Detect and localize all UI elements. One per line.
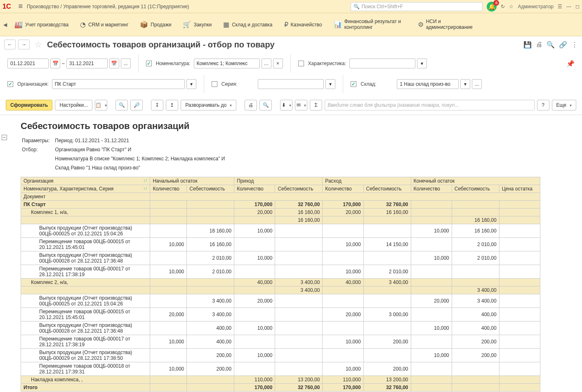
- expand-groups-button[interactable]: ↥: [166, 100, 178, 110]
- section-sales[interactable]: 📦Продажи: [134, 21, 177, 28]
- col-in-qty[interactable]: Количество: [234, 185, 275, 193]
- table-row[interactable]: Перемещение товаров 00ЦБ-000017 от 28.12…: [21, 265, 540, 279]
- section-production[interactable]: 🏭Учет производства: [9, 21, 74, 28]
- link-icon[interactable]: 🔗: [559, 41, 567, 49]
- date-to-calendar-button[interactable]: 📅: [109, 59, 119, 68]
- table-row[interactable]: 16 160,0016 160,00: [21, 216, 540, 224]
- user-label[interactable]: Администратор: [518, 4, 554, 9]
- find-next-button[interactable]: 🔎: [130, 100, 143, 110]
- characteristic-dropdown-button[interactable]: ▾: [417, 59, 427, 68]
- col-end-qty[interactable]: Количество: [411, 185, 452, 193]
- col-out-cost[interactable]: Себестоимость: [363, 185, 411, 193]
- favorite-star-icon[interactable]: ☆: [35, 40, 42, 49]
- col-in-cost[interactable]: Себестоимость: [275, 185, 323, 193]
- table-row[interactable]: Перемещение товаров 00ЦБ-000015 от 20.12…: [21, 308, 540, 322]
- nav-forward-button[interactable]: →: [18, 40, 30, 49]
- preview-icon[interactable]: 🔍: [547, 41, 555, 49]
- table-row[interactable]: Выпуск продукции (Отчет производства) 00…: [21, 224, 540, 238]
- warehouse-more-button[interactable]: ...: [472, 79, 482, 89]
- table-row[interactable]: Накладка комплекса, ,110,00013 200,00110…: [21, 376, 540, 384]
- warehouse-field[interactable]: 1 Наш склад произ-во: [397, 79, 459, 89]
- col-start-qty[interactable]: Количество: [150, 185, 187, 193]
- warehouse-checkbox[interactable]: ✓: [351, 81, 356, 87]
- organization-checkbox[interactable]: ✓: [7, 81, 13, 87]
- collapse-groups-button[interactable]: ↧: [151, 100, 163, 110]
- save-button[interactable]: ⬇: [280, 100, 292, 110]
- table-row[interactable]: Перемещение товаров 00ЦБ-000015 от 20.12…: [21, 238, 540, 251]
- pin-icon[interactable]: 📌: [566, 60, 575, 68]
- nomenclature-label: Номенклатура:: [156, 61, 191, 66]
- help-button[interactable]: ?: [537, 100, 549, 110]
- col-end-price[interactable]: Цена остатка: [499, 185, 540, 193]
- section-finance[interactable]: 📊Финансовый результат и контроллинг: [328, 19, 412, 30]
- col-start-cost[interactable]: Себестоимость: [187, 185, 234, 193]
- minimize-icon[interactable]: —: [566, 4, 571, 9]
- warehouse-dropdown-button[interactable]: ▾: [460, 79, 470, 89]
- table-row[interactable]: Выпуск продукции (Отчет производства) 00…: [21, 322, 540, 335]
- nomenclature-clear-button[interactable]: ×: [273, 59, 283, 68]
- section-crm[interactable]: ◔CRM и маркетинг: [74, 21, 134, 28]
- table-row[interactable]: Выпуск продукции (Отчет производства) 00…: [21, 349, 540, 362]
- app-logo: 1C: [2, 3, 11, 10]
- col-document[interactable]: Документ: [21, 193, 150, 201]
- sum-button[interactable]: Σ: [310, 100, 322, 110]
- more-menu-icon[interactable]: ⋮: [571, 41, 578, 49]
- notifications-button[interactable]: 🔔 8: [487, 2, 497, 12]
- favorite-icon[interactable]: ☆: [509, 4, 514, 9]
- col-out-qty[interactable]: Количество: [323, 185, 363, 193]
- preview-button[interactable]: 🔍: [259, 100, 272, 110]
- table-row[interactable]: Перемещение товаров 00ЦБ-000018 от 28.12…: [21, 362, 540, 376]
- filter-input[interactable]: Введите слово для фильтра (название това…: [325, 100, 534, 110]
- print-button[interactable]: 🖨: [245, 100, 257, 110]
- col-organization[interactable]: Организация↓↑: [21, 177, 150, 185]
- search-placeholder: Поиск Ctrl+Shift+F: [361, 4, 403, 9]
- maximize-icon[interactable]: ◻: [575, 4, 580, 9]
- series-dropdown-button[interactable]: ▾: [325, 79, 335, 89]
- settings-button[interactable]: Настройки...: [55, 100, 92, 110]
- section-warehouse[interactable]: ▦Склад и доставка: [217, 21, 278, 28]
- table-row[interactable]: Комплекс 1, н/а,20,00016 160,0020,00016 …: [21, 209, 540, 216]
- date-to-field[interactable]: 31.12.2021: [66, 59, 108, 68]
- section-purchases[interactable]: 🛒Закупки: [177, 21, 217, 28]
- expand-to-button[interactable]: Разворачивать до: [181, 100, 236, 110]
- characteristic-field[interactable]: [349, 59, 415, 68]
- organization-dropdown-button[interactable]: ▾: [186, 79, 196, 89]
- table-row[interactable]: Перемещение товаров 00ЦБ-000017 от 28.12…: [21, 335, 540, 349]
- more-button[interactable]: Еще: [552, 100, 576, 110]
- nomenclature-field[interactable]: Комплекс 1; Комплекс: [194, 59, 260, 68]
- history-icon[interactable]: ↻: [501, 4, 505, 9]
- series-checkbox[interactable]: [212, 81, 217, 87]
- characteristic-checkbox[interactable]: [298, 61, 304, 66]
- send-button[interactable]: ✉: [295, 100, 307, 110]
- settings-icon[interactable]: ☰: [558, 4, 562, 9]
- variants-button[interactable]: 📋: [95, 100, 107, 110]
- form-button[interactable]: Сформировать: [6, 100, 52, 110]
- col-nomenclature[interactable]: Номенклатура, Характеристика, Серия↓↑: [21, 185, 150, 193]
- section-nsi[interactable]: ⚙НСИ и администрирование: [412, 19, 481, 30]
- global-search[interactable]: 🔍 Поиск Ctrl+Shift+F: [351, 2, 483, 11]
- menu-icon[interactable]: ≡: [18, 2, 23, 11]
- table-row[interactable]: Выпуск продукции (Отчет производства) 00…: [21, 294, 540, 308]
- save-icon[interactable]: 💾: [523, 41, 532, 49]
- table-row[interactable]: ПК Старт170,00032 760,00170,00032 760,00: [21, 201, 540, 209]
- table-row[interactable]: 3 400,003 400,00: [21, 286, 540, 294]
- col-outcome-group: Расход: [323, 177, 411, 185]
- nomenclature-checkbox[interactable]: ✓: [146, 61, 152, 66]
- series-field[interactable]: [258, 79, 324, 89]
- table-row[interactable]: Выпуск продукции (Отчет производства) 00…: [21, 251, 540, 265]
- print-icon[interactable]: 🖨: [536, 41, 542, 49]
- table-row[interactable]: Итого170,00032 760,00170,00032 760,00: [21, 384, 540, 392]
- collapse-root-button[interactable]: −: [2, 135, 7, 140]
- date-from-field[interactable]: 01.12.2021: [7, 59, 49, 68]
- nav-back-button[interactable]: ←: [4, 40, 16, 49]
- organization-field[interactable]: ПК Старт: [52, 79, 185, 89]
- table-row[interactable]: Комплекс 2, н/а,40,0003 400,0040,0003 40…: [21, 279, 540, 286]
- report-table: Организация↓↑ Начальный остаток Приход Р…: [21, 177, 540, 392]
- nomenclature-more-button[interactable]: …: [262, 59, 271, 68]
- find-button[interactable]: 🔍: [115, 100, 128, 110]
- section-treasury[interactable]: ₽Казначейство: [278, 21, 328, 28]
- date-from-calendar-button[interactable]: 📅: [50, 59, 60, 68]
- sections-left-arrow[interactable]: ◀: [2, 22, 9, 28]
- col-end-cost[interactable]: Себестоимость: [452, 185, 499, 193]
- date-more-button[interactable]: ...: [121, 59, 131, 68]
